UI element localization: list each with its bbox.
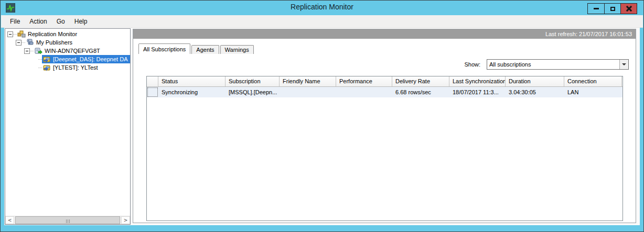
show-label: Show:	[464, 61, 480, 68]
publication-icon	[42, 63, 51, 72]
chevron-down-icon	[622, 63, 626, 65]
column-header-connection[interactable]: Connection	[564, 76, 622, 86]
replication-monitor-icon	[17, 30, 26, 38]
menu-item-help[interactable]: Help	[70, 16, 92, 27]
table-cell-last-synchronization: 18/07/2017 11:3...	[449, 87, 506, 97]
scroll-right-button[interactable]: >	[121, 216, 130, 224]
minimize-button[interactable]	[588, 4, 604, 14]
menu-bar: FileActionGoHelp	[1, 15, 643, 28]
tree-item-label: WIN-ADN7QEFVG8T	[44, 48, 101, 54]
tree-item-my-publishers[interactable]: My Publishers	[5, 38, 130, 47]
tree-selection-highlight: [Deepnet_DAS]: Deepnet DA	[42, 55, 130, 63]
scroll-left-icon: <	[8, 218, 12, 223]
menu-item-file[interactable]: File	[5, 16, 25, 27]
menu-item-action[interactable]: Action	[25, 16, 51, 27]
column-header-last-synchronization[interactable]: Last Synchronization	[449, 76, 506, 86]
tree-connector	[30, 51, 34, 51]
table-cell-delivery-rate: 6.68 rows/sec	[392, 87, 449, 97]
tree-item-yltest-yltest[interactable]: [YLTEST]: YLTest	[5, 63, 130, 72]
scroll-left-button[interactable]: <	[5, 216, 14, 224]
tree-item-label: [YLTEST]: YLTest	[52, 64, 99, 71]
scrollbar-thumb[interactable]	[15, 216, 120, 224]
status-icon-cell	[147, 87, 158, 97]
minimize-icon	[594, 8, 599, 9]
client-area: Replication MonitorMy PublishersWIN-ADN7…	[4, 28, 640, 225]
column-header-status[interactable]: Status	[158, 76, 226, 86]
scrollbar-grip-icon	[66, 216, 70, 225]
window-title: Replication Monitor	[1, 3, 643, 11]
column-header-friendly-name[interactable]: Friendly Name	[280, 76, 336, 86]
column-header-subscription[interactable]: Subscription	[226, 76, 280, 86]
close-button[interactable]	[620, 4, 637, 14]
table-cell-performance	[336, 87, 392, 97]
tab-strip: All SubscriptionsAgentsWarnings	[138, 43, 255, 54]
table-cell-duration: 3.04:30:05	[506, 87, 564, 97]
tree-item-content: My Publishers	[25, 38, 130, 47]
tree-item-label: [Deepnet_DAS]: Deepnet DA	[52, 56, 128, 62]
tree-item-content: [YLTEST]: YLTest	[42, 63, 130, 72]
tree-expander-icon[interactable]	[16, 40, 22, 46]
column-header-status-icon[interactable]	[147, 76, 158, 86]
tab-warnings[interactable]: Warnings	[220, 45, 254, 54]
tree: Replication MonitorMy PublishersWIN-ADN7…	[5, 30, 130, 72]
menu-item-go[interactable]: Go	[52, 16, 70, 27]
tree-connector	[38, 59, 42, 60]
tree-item-deepnet-das-deepnet-da[interactable]: [Deepnet_DAS]: Deepnet DA	[5, 55, 130, 63]
close-icon	[626, 6, 632, 12]
publisher-server-icon	[34, 47, 42, 55]
tree-item-label: Replication Monitor	[27, 31, 78, 37]
title-bar[interactable]: Replication Monitor	[1, 1, 643, 15]
table-row[interactable]: Synchronizing[MSSQL].[Deepn...6.68 rows/…	[147, 87, 622, 97]
show-subscriptions-dropdown[interactable]: All subscriptions	[487, 59, 629, 70]
table-header: StatusSubscriptionFriendly NamePerforman…	[147, 76, 622, 87]
tree-item-content: Replication Monitor	[17, 30, 130, 38]
table-cell-friendly-name	[280, 87, 336, 97]
table-cell-status: Synchronizing	[158, 87, 226, 97]
dropdown-selected-value: All subscriptions	[487, 60, 619, 69]
application-window: Replication Monitor FileActionGoHelp Rep…	[0, 0, 644, 232]
column-header-performance[interactable]: Performance	[336, 76, 392, 86]
tab-all-subscriptions[interactable]: All Subscriptions	[138, 43, 190, 54]
tree-item-content: WIN-ADN7QEFVG8T	[34, 47, 130, 55]
scroll-right-icon: >	[124, 218, 127, 223]
tree-expander-icon[interactable]	[24, 48, 30, 54]
dropdown-button[interactable]	[619, 60, 628, 69]
tree-connector	[22, 42, 25, 43]
table-cell-connection: LAN	[564, 87, 622, 97]
tab-agents[interactable]: Agents	[191, 45, 219, 54]
tree-item-label: My Publishers	[35, 39, 73, 46]
table-cell-subscription: [MSSQL].[Deepn...	[226, 87, 280, 97]
show-filter-row: Show: All subscriptions	[464, 59, 629, 70]
publication-icon	[42, 55, 51, 63]
maximize-button[interactable]	[604, 4, 620, 14]
tree-item-replication-monitor[interactable]: Replication Monitor	[5, 30, 130, 38]
tree-expander-icon[interactable]	[7, 31, 13, 37]
column-header-delivery-rate[interactable]: Delivery Rate	[392, 76, 449, 86]
column-header-duration[interactable]: Duration	[506, 76, 564, 86]
table-body: Synchronizing[MSSQL].[Deepn...6.68 rows/…	[147, 87, 622, 97]
subscriptions-listview: StatusSubscriptionFriendly NamePerforman…	[146, 76, 623, 221]
last-refresh-bar: Last refresh: 21/07/2017 16:01:53	[133, 29, 636, 39]
tree-item-win-adn7qefvg8t[interactable]: WIN-ADN7QEFVG8T	[5, 47, 130, 55]
tree-connector	[13, 34, 17, 35]
tree-horizontal-scrollbar[interactable]: < >	[5, 216, 130, 224]
tree-connector	[38, 68, 42, 68]
maximize-icon	[610, 7, 615, 11]
window-controls	[587, 3, 637, 14]
detail-panel: Last refresh: 21/07/2017 16:01:53 All Su…	[133, 29, 636, 223]
tree-panel: Replication MonitorMy PublishersWIN-ADN7…	[5, 28, 131, 225]
my-publishers-icon	[26, 38, 34, 47]
